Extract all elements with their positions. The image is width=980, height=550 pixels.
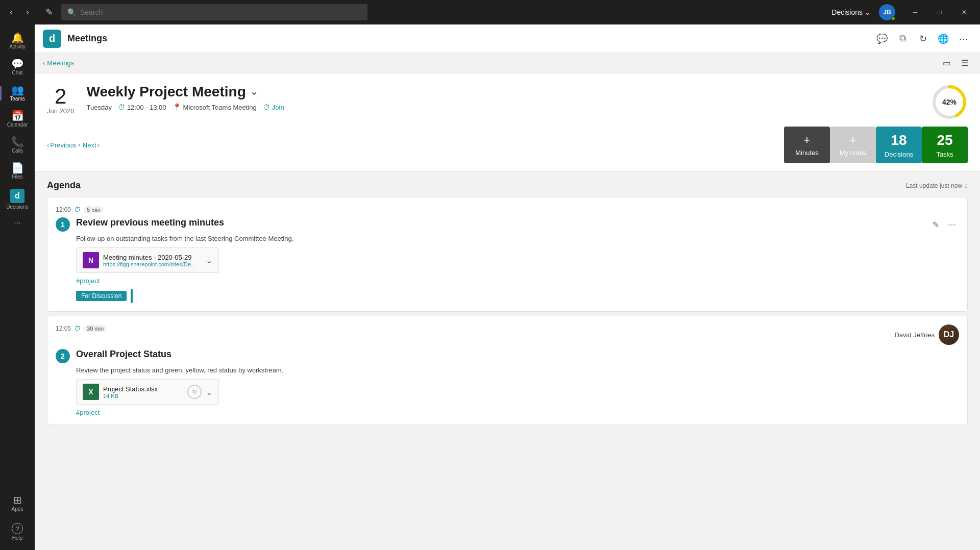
meeting-meta: Tuesday ⏱ 12:00 - 13:00 📍 Microsoft Team… (87, 103, 919, 111)
sidebar-item-help[interactable]: ? Help (4, 519, 31, 545)
title-chevron-icon: ⌄ (250, 86, 258, 97)
sidebar-label-files: Files (12, 174, 22, 180)
sidebar-item-teams[interactable]: 👥 Teams (4, 81, 31, 106)
sidebar-label-chat: Chat (12, 70, 22, 76)
expand-button[interactable]: ⧉ (894, 31, 911, 47)
files-icon: 📄 (11, 163, 24, 173)
calendar-icon: 📅 (11, 111, 24, 121)
back-button[interactable]: ‹ (4, 5, 18, 19)
tasks-card-label: Tasks (936, 151, 953, 158)
agenda-section: Agenda Last update just now ↕ 12:00 ⏱ 5 … (35, 172, 980, 437)
sidebar-item-decisions[interactable]: d Decisions (4, 185, 31, 214)
chat-action-button[interactable]: 💬 (874, 31, 890, 47)
edit-button-1[interactable]: ✎ (928, 217, 943, 232)
more-button-1[interactable]: ⋯ (945, 217, 959, 232)
onenote-icon: N (83, 252, 99, 268)
sidebar-label-calls: Calls (12, 148, 23, 154)
sidebar-more[interactable]: ··· (4, 215, 31, 231)
join-link[interactable]: ⏱ Join (263, 103, 284, 111)
agenda-item-2: 12:05 ⏱ 30 min David Jeffries DJ 2 Ove (47, 316, 968, 425)
meeting-title[interactable]: Weekly Project Meeting ⌄ (87, 84, 919, 100)
agenda-item-2-title: Overall Project Status (76, 349, 959, 360)
attachment-1-name: Meeting minutes - 2020-05-29 (103, 254, 202, 261)
list-button[interactable]: ☰ (958, 56, 972, 70)
sidebar-item-apps[interactable]: ⊞ Apps (4, 491, 31, 516)
plus-icon: + (804, 134, 811, 147)
globe-button[interactable]: 🌐 (935, 31, 951, 47)
top-bar-actions: 💬 ⧉ ↻ 🌐 ⋯ (874, 31, 972, 47)
breadcrumb-back[interactable]: ‹ Meetings (43, 59, 74, 67)
progress-circle: 42% (931, 84, 968, 120)
main-content: d Meetings 💬 ⧉ ↻ 🌐 ⋯ ‹ Meetings ▭ ☰ 2 (35, 24, 980, 550)
decisions-card-label: Decisions (885, 151, 913, 158)
attachment-chevron-1[interactable]: ⌄ (206, 256, 212, 265)
sidebar-item-calendar[interactable]: 📅 Calendar (4, 107, 31, 132)
time-icon-1: ⏱ (74, 206, 81, 213)
view-button[interactable]: ▭ (939, 56, 953, 70)
my-notes-card[interactable]: + My notes (830, 127, 876, 163)
prev-icon: ‹ (47, 141, 49, 149)
search-icon: 🔍 (67, 8, 76, 16)
agenda-item-1-time: 12:00 ⏱ 5 min (56, 206, 959, 213)
agenda-item-2-desc: Review the project status and green, yel… (76, 366, 959, 374)
attachment-chevron-2[interactable]: ⌄ (206, 387, 212, 397)
meeting-date-row: 2 Jun 2020 Weekly Project Meeting ⌄ Tues… (47, 84, 968, 120)
plus-icon-notes: + (850, 134, 856, 147)
attachment-2-name: Project Status.xlsx (103, 385, 183, 393)
presenter-avatar: DJ (939, 324, 959, 345)
clock-icon: ⏱ (118, 103, 125, 111)
agenda-item-1: 12:00 ⏱ 5 min 1 Review previous meeting … (47, 197, 968, 312)
forward-button[interactable]: › (20, 5, 35, 19)
my-notes-label: My notes (840, 149, 867, 157)
agenda-item-2-time: 12:05 ⏱ 30 min (56, 324, 107, 332)
agenda-num-1: 1 (56, 217, 70, 232)
meeting-area[interactable]: 2 Jun 2020 Weekly Project Meeting ⌄ Tues… (35, 73, 980, 550)
duration-badge-1: 5 min (84, 206, 104, 213)
next-icon: › (97, 141, 100, 149)
next-button[interactable]: Next › (83, 141, 100, 149)
action-cards: + Minutes + My notes 18 Decisions 25 Tas… (784, 127, 968, 163)
progress-text: 42% (942, 98, 957, 106)
refresh-button[interactable]: ↻ (915, 31, 931, 47)
sidebar-label-help: Help (12, 535, 23, 541)
decisions-card[interactable]: 18 Decisions (876, 127, 922, 163)
time-icon-2: ⏱ (74, 324, 81, 332)
maximize-button[interactable]: □ (928, 4, 951, 20)
meeting-date-month: Jun 2020 (47, 107, 75, 115)
sidebar-bottom: ⊞ Apps ? Help (4, 491, 31, 550)
discussion-badge-1: For Discussion (76, 291, 127, 301)
previous-button[interactable]: ‹ Previous (47, 141, 76, 149)
minutes-label: Minutes (795, 149, 819, 157)
sort-icon[interactable]: ↕ (964, 182, 968, 190)
page-title: Meetings (67, 33, 107, 44)
sidebar-item-files[interactable]: 📄 Files (4, 159, 31, 184)
attachment-1[interactable]: N Meeting minutes - 2020-05-29 https://f… (76, 247, 219, 273)
window-controls: ─ □ ✕ (903, 4, 976, 20)
presenter-row: David Jeffries DJ (894, 324, 959, 345)
compose-button[interactable]: ✎ (41, 4, 57, 20)
user-avatar[interactable]: JB (879, 4, 895, 20)
sidebar-item-chat[interactable]: 💬 Chat (4, 55, 31, 80)
last-update: Last update just now ↕ (906, 182, 968, 190)
close-button[interactable]: ✕ (952, 4, 976, 20)
minutes-card[interactable]: + Minutes (784, 127, 830, 163)
search-bar[interactable]: 🔍 (61, 4, 368, 20)
nav-buttons: ‹ › (4, 5, 35, 19)
tag-2[interactable]: #project (76, 409, 959, 416)
more-icon: ··· (14, 219, 20, 227)
decisions-dropdown[interactable]: Decisions ⌄ (827, 6, 875, 18)
more-options-button[interactable]: ⋯ (955, 31, 972, 47)
decisions-label: Decisions (831, 8, 863, 16)
teams-icon: 👥 (11, 85, 24, 95)
attachment-2[interactable]: X Project Status.xlsx 14 KB ↻ ⌄ (76, 379, 219, 405)
breadcrumb-actions: ▭ ☰ (939, 56, 972, 70)
tasks-card[interactable]: 25 Tasks (922, 127, 968, 163)
sidebar-item-calls[interactable]: 📞 Calls (4, 133, 31, 158)
sidebar-item-activity[interactable]: 🔔 Activity (4, 29, 31, 54)
meeting-time: ⏱ 12:00 - 13:00 (118, 103, 166, 111)
search-input[interactable] (80, 8, 361, 16)
tag-1[interactable]: #project (76, 277, 959, 285)
minimize-button[interactable]: ─ (903, 4, 927, 20)
agenda-item-1-header: 1 Review previous meeting minutes ✎ ⋯ (56, 217, 959, 232)
attachment-1-url: https://figg.sharepoint.com/sites/De... (103, 261, 202, 267)
